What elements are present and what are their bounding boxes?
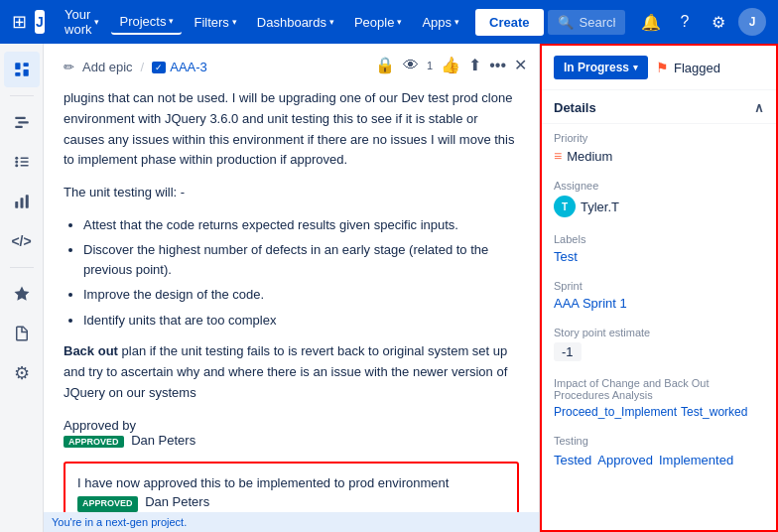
nav-icon-group: 🔔 ? ⚙ J <box>637 8 766 36</box>
grid-icon[interactable]: ⊞ <box>12 11 27 33</box>
user-avatar[interactable]: J <box>738 8 766 36</box>
search-input[interactable] <box>580 15 615 30</box>
breadcrumb-separator: / <box>141 60 145 74</box>
approved-name: Dan Peters <box>131 433 195 448</box>
sidebar-icon-roadmap[interactable] <box>4 104 40 140</box>
edit-icon[interactable]: ✏ <box>64 60 74 74</box>
main-panel: ✏ Add epic / ✓ AAA-3 🔒 👁 1 👍 ⬆ ••• ✕ <box>44 44 540 532</box>
nav-filters[interactable]: Filters ▾ <box>186 11 244 34</box>
list-item: Discover the highest number of defects i… <box>83 240 519 279</box>
nav-projects[interactable]: Projects ▾ <box>111 10 182 35</box>
svg-rect-2 <box>23 69 28 76</box>
sprint-value: AAA Sprint 1 <box>554 296 764 311</box>
label-tag[interactable]: Test <box>554 249 578 264</box>
detail-impact: Impact of Change and Back Out Procedures… <box>542 369 776 427</box>
svg-rect-4 <box>15 117 26 119</box>
app-logo[interactable]: J <box>35 10 45 34</box>
right-panel: In Progress ▾ ⚑ Flagged Details ∧ Priori… <box>540 44 778 532</box>
chevron-down-icon: ▾ <box>397 17 402 27</box>
svg-rect-10 <box>20 161 28 163</box>
content-area: ✏ Add epic / ✓ AAA-3 🔒 👁 1 👍 ⬆ ••• ✕ <box>44 44 778 532</box>
detail-sprint: Sprint AAA Sprint 1 <box>542 272 776 319</box>
body-paragraph: plugins that can not be used. I will be … <box>64 88 519 171</box>
left-sidebar: </> ⚙ <box>0 44 44 532</box>
settings-icon[interactable]: ⚙ <box>705 8 732 36</box>
bullet-list: Attest that the code returns expected re… <box>83 215 519 331</box>
back-out-content: plan if the unit testing fails to is rev… <box>64 343 507 400</box>
share-icon[interactable]: ⬆ <box>468 56 481 74</box>
svg-rect-3 <box>15 72 20 76</box>
watch-count: 1 <box>427 60 433 71</box>
story-points-badge: -1 <box>554 342 582 361</box>
more-icon[interactable]: ••• <box>489 57 506 74</box>
create-button[interactable]: Create <box>475 9 543 36</box>
breadcrumb-ticket[interactable]: ✓ AAA-3 <box>152 60 207 74</box>
status-row: In Progress ▾ ⚑ Flagged <box>542 46 776 90</box>
chevron-down-icon: ▾ <box>633 63 638 72</box>
close-icon[interactable]: ✕ <box>514 56 527 74</box>
testing-tag-1[interactable]: Approved <box>597 453 653 467</box>
main-layout: </> ⚙ ✏ Add epic / ✓ AAA-3 🔒 <box>0 44 778 532</box>
sidebar-icon-code[interactable]: </> <box>4 223 40 259</box>
status-button[interactable]: In Progress ▾ <box>554 56 648 79</box>
priority-label: Priority <box>554 132 764 144</box>
notifications-icon[interactable]: 🔔 <box>637 8 665 36</box>
sidebar-icon-reports[interactable] <box>4 184 40 219</box>
nav-people[interactable]: People ▾ <box>346 11 410 34</box>
svg-rect-12 <box>20 165 28 167</box>
impact-link-2[interactable]: Test_worked <box>681 405 747 419</box>
detail-story-points: Story point estimate -1 <box>542 319 776 369</box>
list-item: Improve the design of the code. <box>83 285 519 305</box>
testing-tag-0[interactable]: Tested <box>554 453 591 467</box>
labels-value: Test <box>554 249 764 264</box>
priority-icon: ≡ <box>554 148 562 164</box>
back-out-text: Back out plan if the unit testing fails … <box>64 341 519 403</box>
svg-rect-15 <box>25 195 28 208</box>
priority-value: ≡ Medium <box>554 148 764 164</box>
detail-assignee: Assignee T Tyler.T <box>542 172 776 225</box>
unit-testing-intro: The unit testing will: - <box>64 183 519 203</box>
lock-icon[interactable]: 🔒 <box>375 56 395 74</box>
ticket-id: AAA-3 <box>170 60 207 74</box>
breadcrumb: ✏ Add epic / ✓ AAA-3 🔒 👁 1 👍 ⬆ ••• ✕ <box>64 60 519 74</box>
svg-rect-13 <box>15 201 18 208</box>
chevron-down-icon: ▾ <box>94 17 99 27</box>
details-toggle[interactable]: ∧ <box>754 100 764 115</box>
help-icon[interactable]: ? <box>671 8 699 36</box>
sidebar-icon-pages[interactable] <box>4 316 40 351</box>
nav-your-work[interactable]: Your work ▾ <box>57 3 107 41</box>
search-box[interactable]: 🔍 <box>548 10 625 35</box>
detail-testing: Testing Tested Approved Implemented <box>542 427 776 479</box>
watch-icon[interactable]: 👁 <box>403 57 419 74</box>
sidebar-icon-settings[interactable]: ⚙ <box>4 355 40 391</box>
chevron-down-icon: ▾ <box>329 17 334 27</box>
story-points-label: Story point estimate <box>554 327 764 338</box>
list-item: Identify units that are too complex <box>83 311 519 331</box>
nav-apps[interactable]: Apps ▾ <box>414 11 467 34</box>
separator <box>10 95 34 96</box>
svg-rect-0 <box>15 63 20 69</box>
like-icon[interactable]: 👍 <box>441 56 460 74</box>
sidebar-icon-board[interactable] <box>4 52 40 87</box>
svg-point-7 <box>15 157 18 160</box>
top-actions: 🔒 👁 1 👍 ⬆ ••• ✕ <box>375 56 527 74</box>
svg-point-11 <box>15 164 18 167</box>
impact-label: Impact of Change and Back Out Procedures… <box>554 377 764 401</box>
impact-link-1[interactable]: Proceed_to_Implement <box>554 405 677 419</box>
back-out-label: Back out <box>64 343 118 358</box>
sprint-label: Sprint <box>554 280 764 292</box>
svg-rect-6 <box>15 126 23 128</box>
sprint-link[interactable]: AAA Sprint 1 <box>554 296 627 311</box>
nav-dashboards[interactable]: Dashboards ▾ <box>249 11 342 34</box>
detail-priority: Priority ≡ Medium <box>542 124 776 172</box>
testing-tag-2[interactable]: Implemented <box>659 453 733 467</box>
svg-rect-5 <box>18 121 29 123</box>
top-navigation: ⊞ J Your work ▾ Projects ▾ Filters ▾ Das… <box>0 0 778 44</box>
impact-links: Proceed_to_Implement Test_worked <box>554 405 764 419</box>
comment-box-name: Dan Peters <box>145 494 209 509</box>
labels-label: Labels <box>554 233 764 245</box>
sidebar-icon-releases[interactable] <box>4 276 40 312</box>
search-icon: 🔍 <box>558 15 574 30</box>
chevron-down-icon: ▾ <box>169 16 174 26</box>
sidebar-icon-backlog[interactable] <box>4 144 40 180</box>
